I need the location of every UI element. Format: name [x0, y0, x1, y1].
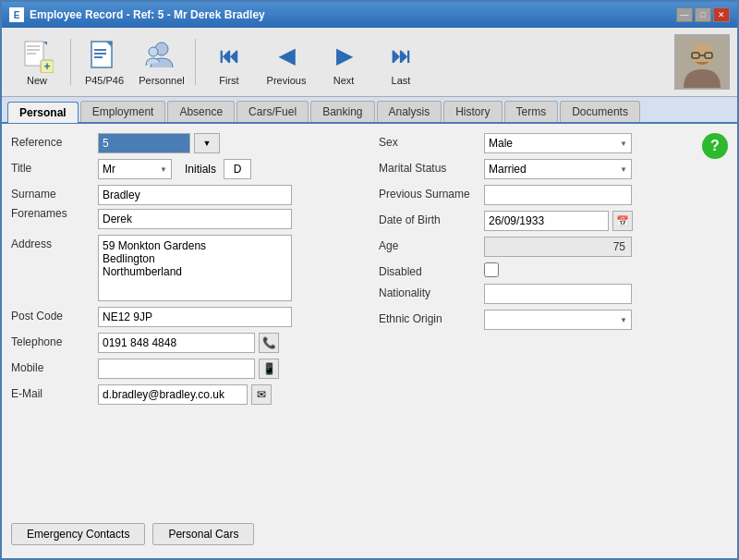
forenames-input[interactable]	[98, 209, 292, 229]
title-bar-left: E Employee Record - Ref: 5 - Mr Derek Br…	[9, 7, 265, 22]
email-row: E-Mail ✉	[11, 384, 360, 405]
surname-input[interactable]	[98, 185, 292, 205]
reference-input-group: ▼	[98, 133, 220, 153]
marital-row: Marital Status Married ▼	[379, 159, 728, 179]
email-input[interactable]	[98, 384, 248, 405]
prev-surname-label: Previous Surname	[379, 185, 480, 201]
title-buttons: — □ ✕	[676, 7, 730, 22]
tab-terms[interactable]: Terms	[504, 101, 559, 122]
dob-input-group: 📅	[484, 211, 633, 231]
first-label: First	[219, 75, 238, 86]
personal-cars-button[interactable]: Personal Cars	[152, 523, 254, 545]
name-labels: Surname Forenames	[11, 185, 94, 220]
age-value: 75	[613, 240, 625, 253]
new-label: New	[27, 75, 47, 86]
ethnic-row: Ethnic Origin ▼	[379, 310, 728, 330]
title-select[interactable]: Mr ▼	[98, 159, 172, 179]
previous-icon: ◀	[270, 40, 303, 73]
sex-label: Sex	[379, 133, 480, 149]
previous-button[interactable]: ◀ Previous	[259, 33, 314, 91]
sex-select[interactable]: Male ▼	[484, 133, 632, 153]
ethnic-select[interactable]: ▼	[484, 310, 632, 330]
email-icon: ✉	[257, 388, 266, 401]
help-button[interactable]: ?	[702, 133, 728, 159]
previous-label: Previous	[267, 75, 307, 86]
email-send-button[interactable]: ✉	[251, 384, 272, 405]
age-row: Age 75	[379, 237, 728, 257]
tab-history[interactable]: History	[443, 101, 502, 122]
calendar-icon: 📅	[616, 215, 629, 227]
emergency-contacts-button[interactable]: Emergency Contacts	[11, 523, 145, 545]
marital-label: Marital Status	[379, 159, 480, 175]
surname-row: Surname Forenames	[11, 185, 360, 229]
disabled-label: Disabled	[379, 262, 480, 278]
dob-calendar-button[interactable]: 📅	[612, 211, 633, 231]
reference-input[interactable]	[98, 133, 190, 153]
app-icon: E	[9, 7, 24, 22]
telephone-call-button[interactable]: 📞	[259, 333, 279, 353]
reference-dropdown[interactable]: ▼	[194, 133, 220, 153]
content-area: Reference ▼ Title Mr ▼	[2, 124, 737, 558]
svg-rect-11	[94, 56, 103, 58]
marital-select[interactable]: Married ▼	[484, 159, 632, 179]
postcode-row: Post Code	[11, 307, 360, 327]
close-button[interactable]: ✕	[713, 7, 730, 22]
last-label: Last	[392, 75, 411, 86]
p45-button[interactable]: P45/P46	[77, 33, 132, 91]
title-input-group: Mr ▼ Initials	[98, 159, 251, 179]
prev-surname-row: Previous Surname	[379, 185, 728, 205]
right-column: ? Sex Male ▼ Marital Status Married ▼	[379, 133, 728, 516]
postcode-label: Post Code	[11, 307, 94, 323]
marital-arrow-icon: ▼	[620, 165, 627, 174]
tab-absence[interactable]: Absence	[167, 101, 235, 122]
initials-input[interactable]	[224, 159, 251, 179]
toolbar: + New P45/P46	[2, 28, 737, 97]
mobile-input[interactable]	[98, 359, 255, 379]
postcode-input[interactable]	[98, 307, 292, 327]
next-label: Next	[333, 75, 355, 86]
tab-employment[interactable]: Employment	[80, 101, 166, 122]
phone-icon: 📞	[262, 336, 276, 349]
telephone-label: Telephone	[11, 333, 94, 348]
minimize-button[interactable]: —	[676, 7, 693, 22]
sex-row: Sex Male ▼	[379, 133, 728, 153]
dob-input[interactable]	[484, 211, 609, 231]
sex-value: Male	[489, 137, 620, 150]
first-icon: ⏮	[212, 40, 246, 73]
disabled-checkbox[interactable]	[484, 262, 499, 277]
forenames-label: Forenames	[11, 204, 94, 220]
maximize-button[interactable]: □	[695, 7, 711, 22]
tab-carsfuel[interactable]: Cars/Fuel	[236, 101, 309, 122]
next-button[interactable]: ▶ Next	[316, 33, 371, 91]
tab-documents[interactable]: Documents	[560, 101, 640, 122]
first-button[interactable]: ⏮ First	[201, 33, 257, 91]
mobile-call-button[interactable]: 📱	[259, 359, 279, 379]
dob-label: Date of Birth	[379, 211, 480, 226]
tab-banking[interactable]: Banking	[310, 101, 374, 122]
mobile-row: Mobile 📱	[11, 359, 360, 379]
employee-photo	[674, 34, 730, 90]
next-icon: ▶	[327, 40, 360, 73]
ethnic-label: Ethnic Origin	[379, 310, 480, 325]
mobile-input-group: 📱	[98, 359, 279, 379]
tab-personal[interactable]: Personal	[7, 102, 79, 123]
address-row: Address 59 Monkton Gardens Bedlington No…	[11, 235, 360, 301]
new-button[interactable]: + New	[9, 33, 65, 91]
svg-rect-2	[27, 49, 40, 51]
ethnic-arrow-icon: ▼	[620, 316, 627, 324]
personnel-button[interactable]: Personnel	[134, 33, 189, 91]
nationality-label: Nationality	[379, 284, 480, 299]
surname-label: Surname	[11, 185, 94, 201]
prev-surname-input[interactable]	[484, 185, 632, 205]
last-button[interactable]: ⏭ Last	[373, 33, 429, 91]
marital-value: Married	[489, 163, 620, 176]
svg-rect-1	[27, 45, 40, 47]
telephone-input[interactable]	[98, 333, 255, 353]
dob-row: Date of Birth 📅	[379, 211, 728, 231]
sep2	[195, 39, 196, 85]
tabs-bar: Personal Employment Absence Cars/Fuel Ba…	[2, 97, 737, 124]
new-icon: +	[20, 40, 54, 73]
nationality-input[interactable]	[484, 284, 632, 304]
address-input[interactable]: 59 Monkton Gardens Bedlington Northumber…	[98, 235, 292, 301]
tab-analysis[interactable]: Analysis	[377, 101, 442, 122]
